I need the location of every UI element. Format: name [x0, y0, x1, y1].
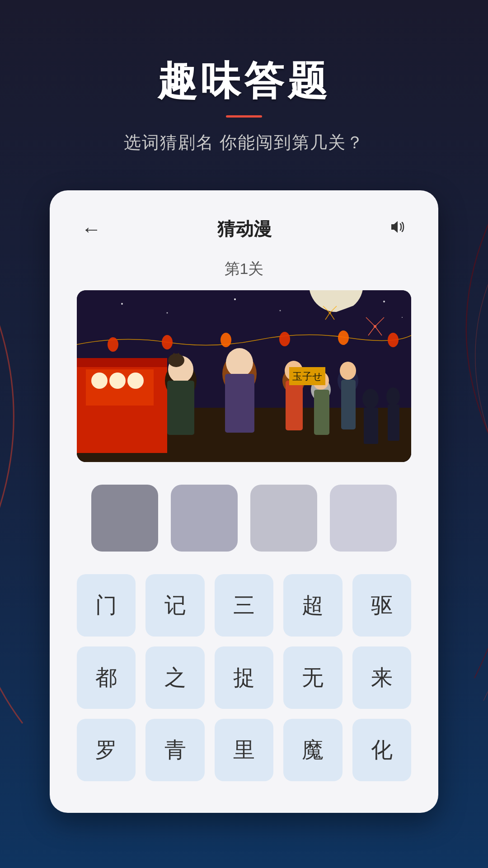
svg-rect-49	[364, 408, 378, 444]
char-btn-门[interactable]: 门	[77, 574, 136, 637]
svg-rect-51	[388, 405, 399, 441]
svg-point-1	[121, 303, 123, 305]
char-btn-三[interactable]: 三	[215, 574, 273, 637]
char-btn-之[interactable]: 之	[145, 646, 204, 709]
svg-rect-25	[77, 358, 167, 367]
level-indicator: 第1关	[77, 259, 411, 279]
svg-rect-38	[286, 381, 303, 430]
title-section: 趣味答题 选词猜剧名 你能闯到第几关？	[124, 54, 365, 154]
svg-point-45	[168, 354, 184, 367]
answer-boxes	[77, 485, 411, 552]
char-row-3: 罗 青 里 魔 化	[77, 719, 411, 781]
char-row-2: 都 之 捉 无 来	[77, 646, 411, 709]
svg-point-27	[91, 373, 108, 389]
char-btn-无[interactable]: 无	[283, 646, 342, 709]
title-underline	[226, 115, 262, 118]
svg-point-21	[338, 330, 349, 345]
char-btn-罗[interactable]: 罗	[77, 719, 136, 781]
svg-rect-44	[341, 380, 356, 429]
answer-box-4[interactable]	[330, 485, 397, 552]
char-row-1: 门 记 三 超 驱	[77, 574, 411, 637]
answer-box-3[interactable]	[250, 485, 317, 552]
char-btn-超[interactable]: 超	[283, 574, 342, 637]
char-btn-捉[interactable]: 捉	[215, 646, 273, 709]
card-header: ← 猜动漫	[77, 213, 411, 245]
svg-point-3	[234, 298, 236, 300]
svg-point-4	[280, 310, 281, 311]
char-btn-都[interactable]: 都	[77, 646, 136, 709]
svg-point-28	[109, 373, 126, 389]
sound-button[interactable]	[383, 213, 411, 245]
subtitle: 选词猜剧名 你能闯到第几关？	[124, 131, 365, 154]
answer-box-2[interactable]	[171, 485, 238, 552]
svg-text:玉子せ: 玉子せ	[292, 371, 323, 382]
svg-point-6	[402, 317, 403, 318]
svg-rect-32	[167, 381, 194, 435]
answer-box-1[interactable]	[91, 485, 158, 552]
svg-point-20	[279, 332, 290, 346]
svg-rect-41	[314, 390, 329, 435]
svg-rect-35	[225, 374, 254, 433]
svg-point-5	[383, 301, 385, 302]
card-title: 猜动漫	[217, 217, 272, 241]
svg-point-43	[340, 362, 356, 380]
svg-point-48	[362, 389, 379, 409]
char-btn-里[interactable]: 里	[215, 719, 273, 781]
char-btn-化[interactable]: 化	[352, 719, 411, 781]
character-grid: 门 记 三 超 驱 都 之 捉 无 来 罗 青 里 魔 化	[77, 574, 411, 781]
char-btn-来[interactable]: 来	[352, 646, 411, 709]
svg-point-50	[386, 387, 400, 406]
svg-point-17	[108, 337, 118, 352]
anime-image: 玉子せ	[77, 290, 411, 462]
quiz-card: ← 猜动漫 第1关	[50, 190, 438, 813]
char-btn-驱[interactable]: 驱	[352, 574, 411, 637]
char-btn-记[interactable]: 记	[145, 574, 204, 637]
back-button[interactable]: ←	[77, 213, 106, 245]
svg-point-34	[226, 348, 253, 377]
svg-point-19	[221, 333, 231, 347]
svg-point-29	[127, 373, 144, 389]
svg-point-22	[388, 333, 399, 347]
svg-point-2	[167, 312, 168, 314]
char-btn-青[interactable]: 青	[145, 719, 204, 781]
svg-point-18	[162, 335, 173, 349]
main-title: 趣味答题	[124, 54, 365, 108]
char-btn-魔[interactable]: 魔	[283, 719, 342, 781]
